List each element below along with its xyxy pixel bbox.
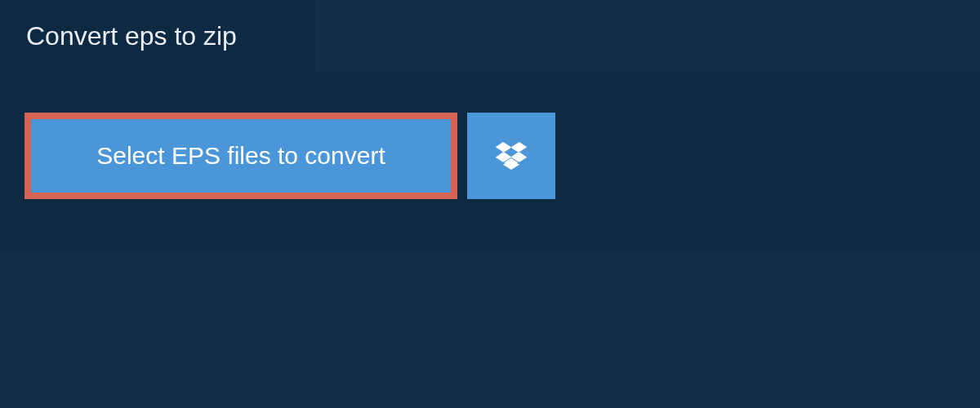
main-panel: Select EPS files to convert <box>0 72 980 240</box>
dropbox-icon <box>495 140 528 172</box>
select-files-label: Select EPS files to convert <box>96 142 385 170</box>
dropbox-button[interactable] <box>467 113 555 199</box>
tab-label: Convert eps to zip <box>26 21 237 51</box>
select-files-button[interactable]: Select EPS files to convert <box>24 113 457 199</box>
tab-bar: Convert eps to zip <box>0 0 980 72</box>
bottom-area <box>0 251 980 408</box>
button-row: Select EPS files to convert <box>24 113 956 199</box>
tab-convert-eps-zip[interactable]: Convert eps to zip <box>0 0 314 72</box>
